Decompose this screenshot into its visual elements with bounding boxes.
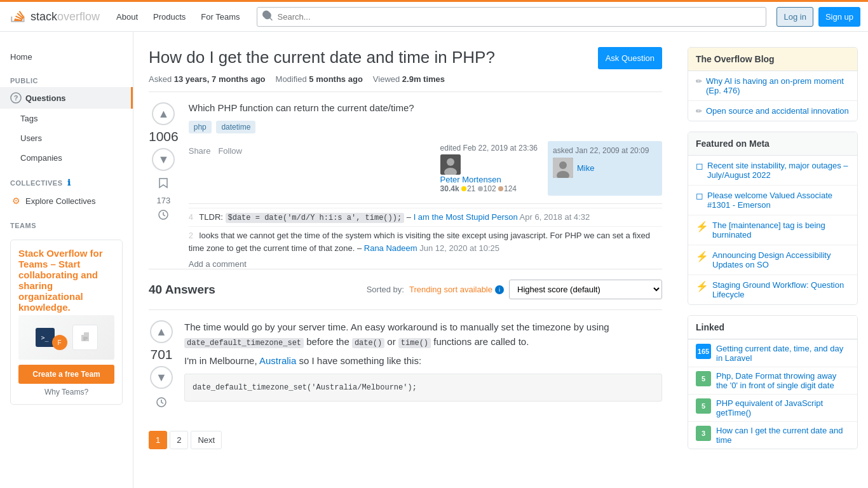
blog-item-2: ✏ Open source and accidental innovation (688, 100, 857, 121)
comment-body-1: TLDR: $date = date('m/d/Y h:i:s a', time… (199, 212, 590, 222)
vote-up-button[interactable]: ▲ (152, 102, 175, 125)
sidebar-item-questions[interactable]: ? Questions (0, 87, 133, 109)
linked-link-4[interactable]: How can I get the current date and time (716, 426, 850, 445)
linked-header: Linked (688, 316, 857, 339)
follow-link[interactable]: Follow (218, 146, 242, 156)
nav-products[interactable]: Products (147, 8, 192, 25)
sidebar-item-users[interactable]: Users (0, 128, 133, 148)
meta-link-3[interactable]: The [maintenance] tag is being burninate… (712, 220, 850, 240)
teams-promo: Stack Overflow for Teams – Start collabo… (0, 232, 133, 412)
nav-for-teams[interactable]: For Teams (194, 8, 246, 25)
question-content: Which PHP function can return the curren… (189, 102, 662, 269)
login-button[interactable]: Log in (776, 7, 813, 27)
tag-php[interactable]: php (189, 121, 212, 133)
australia-link[interactable]: Australia (259, 355, 296, 366)
linked-count-3: 5 (696, 398, 711, 414)
asker-name-link[interactable]: Mike (577, 163, 594, 173)
asker-details: Mike (577, 163, 594, 173)
answer-vote-section: ▲ 701 ▼ (149, 320, 174, 410)
why-teams-link[interactable]: Why Teams? (18, 388, 114, 396)
answer-history-button[interactable] (156, 396, 167, 410)
linked-item-4: 3 How can I get the current date and tim… (688, 421, 857, 449)
bronze-dot (498, 186, 503, 191)
logo[interactable]: stackoverflow (8, 5, 100, 29)
linked-link-1[interactable]: Getting current date, time, and day in L… (716, 344, 850, 363)
comment-link-1[interactable]: I am the Most Stupid Person (414, 212, 518, 222)
ask-question-button[interactable]: Ask Question (598, 47, 662, 69)
editor-rep-info: 30.4k 21 102 124 (440, 184, 538, 193)
comment-body-2: looks that we cannot get the time of the… (189, 231, 650, 253)
asked-meta: Asked 13 years, 7 months ago (149, 74, 266, 84)
blog-link-1[interactable]: Why AI is having an on-prem moment (Ep. … (706, 76, 850, 95)
sidebar-item-home[interactable]: Home (0, 47, 133, 67)
comment-user-2[interactable]: Rana Nadeem (364, 243, 417, 253)
answer-vote-count: 701 (150, 347, 172, 362)
collectives-info-icon[interactable]: ℹ (67, 178, 71, 187)
linked-link-2[interactable]: Php, Date Format throwing away the '0' i… (716, 371, 850, 390)
svg-point-4 (447, 158, 454, 166)
meta-link-1[interactable]: Recent site instability, major outages –… (707, 161, 850, 180)
meta-item-3: ⚡ The [maintenance] tag is being burnina… (688, 215, 857, 245)
comment-vote-1[interactable]: 4 (189, 212, 193, 222)
companies-label: Companies (20, 153, 62, 163)
trending-info-icon[interactable]: i (495, 285, 504, 294)
answers-header: 40 Answers Sorted by: Trending sort avai… (149, 269, 662, 299)
question-text: Which PHP function can return the curren… (189, 102, 662, 113)
featured-meta-widget: Featured on Meta ◻ Recent site instabili… (688, 132, 858, 305)
search-box (257, 7, 767, 27)
page-1-button[interactable]: 1 (149, 431, 167, 449)
vote-count: 1006 (149, 129, 179, 144)
page-2-button[interactable]: 2 (170, 431, 188, 449)
share-link[interactable]: Share (189, 146, 211, 156)
meta-icon-1: ◻ (696, 161, 703, 171)
left-sidebar: Home PUBLIC ? Questions Tags Users Compa… (0, 32, 133, 475)
comment-vote-2[interactable]: 2 (189, 231, 193, 240)
meta-link-5[interactable]: Staging Ground Workflow: Question Lifecy… (712, 280, 850, 299)
linked-count-4: 3 (696, 426, 711, 441)
meta-link-2[interactable]: Please welcome Valued Associate #1301 - … (707, 191, 850, 210)
bookmark-button[interactable] (158, 177, 169, 192)
vote-section: ▲ 1006 ▼ 173 (149, 102, 179, 269)
asker-avatar (553, 158, 573, 178)
vote-down-button[interactable]: ▼ (152, 148, 175, 171)
answer-vote-up-button[interactable]: ▲ (150, 320, 173, 343)
logo-text: stackoverflow (31, 10, 100, 24)
answers-count: 40 Answers (149, 283, 215, 297)
sidebar-item-explore-collectives[interactable]: ⚙ Explore Collectives (0, 190, 133, 212)
pencil-icon-2: ✏ (696, 107, 702, 116)
linked-item-3: 5 PHP equivalent of JavaScript getTime() (688, 394, 857, 421)
meta-link-4[interactable]: Announcing Design Accessibility Updates … (712, 250, 850, 269)
sort-select[interactable]: Highest score (default) Trending (recent… (509, 280, 662, 299)
post-info-container: Share Follow edited Feb 22, 2019 at 23:3… (189, 141, 662, 196)
nav-about[interactable]: About (110, 8, 144, 25)
next-page-button[interactable]: Next (191, 431, 222, 449)
linked-link-3[interactable]: PHP equivalent of JavaScript getTime() (716, 398, 850, 417)
question-header: How do I get the current date and time i… (149, 47, 662, 69)
teams-section-label: TEAMS (0, 212, 133, 232)
add-comment-link[interactable]: Add a comment (189, 259, 662, 269)
history-button[interactable] (158, 209, 169, 223)
search-input[interactable] (257, 7, 767, 27)
trending-sort-label[interactable]: Trending sort available (409, 285, 492, 294)
comments-section: 4 TLDR: $date = date('m/d/Y h:i:s a', ti… (189, 203, 662, 269)
collectives-section-label: COLLECTIVES ℹ (0, 168, 133, 190)
svg-text:?: ? (14, 94, 18, 102)
question-meta: Asked 13 years, 7 months ago Modified 5 … (149, 74, 662, 92)
sidebar-item-tags[interactable]: Tags (0, 109, 133, 128)
editor-name-link[interactable]: Peter Mortensen (440, 175, 501, 184)
answer-item-1: ▲ 701 ▼ The time would go by your server… (149, 309, 662, 421)
answer-vote-down-button[interactable]: ▼ (150, 366, 173, 389)
create-team-button[interactable]: Create a free Team (18, 365, 114, 384)
blog-link-2[interactable]: Open source and accidental innovation (706, 106, 849, 116)
asker-card: asked Jan 22, 2009 at 20:09 Mike (548, 141, 662, 196)
sidebar-item-companies[interactable]: Companies (0, 148, 133, 168)
questions-label: Questions (25, 93, 66, 103)
tag-datetime[interactable]: datetime (216, 121, 255, 133)
meta-icon-2: ◻ (696, 191, 703, 201)
linked-item-1: 165 Getting current date, time, and day … (688, 339, 857, 367)
edited-time: edited Feb 22, 2019 at 23:36 (440, 144, 538, 152)
asked-card-time: asked Jan 22, 2009 at 20:09 (553, 146, 657, 155)
main-layout: Home PUBLIC ? Questions Tags Users Compa… (0, 32, 868, 475)
signup-button[interactable]: Sign up (818, 7, 860, 27)
search-icon (262, 10, 273, 24)
